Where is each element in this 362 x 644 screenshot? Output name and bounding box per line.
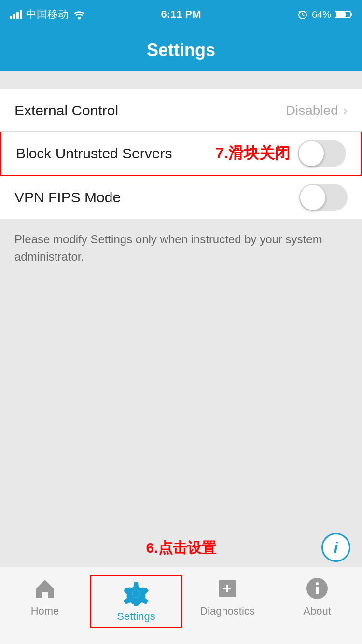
battery-percent: 64%	[312, 9, 331, 20]
settings-content: External Control Disabled › Block Untrus…	[0, 71, 362, 277]
toggle-knob	[299, 141, 324, 166]
svg-point-9	[132, 590, 140, 598]
external-control-status: Disabled	[286, 103, 338, 118]
vpn-fips-mode-row[interactable]: VPN FIPS Mode	[0, 176, 362, 219]
svg-line-3	[303, 15, 304, 16]
app-header: Settings	[0, 29, 362, 71]
about-icon	[304, 575, 331, 602]
external-control-value: Disabled ›	[286, 103, 348, 118]
block-untrusted-servers-row[interactable]: Block Untrusted Servers 7.滑块关闭	[1, 132, 361, 175]
annotation-step6: 6.点击设置	[146, 538, 216, 558]
tab-diagnostics-label: Diagnostics	[200, 605, 255, 617]
tab-home[interactable]: Home	[0, 575, 90, 617]
info-text: Please modify Settings only when instruc…	[0, 219, 362, 277]
alarm-icon	[297, 9, 308, 20]
page-title: Settings	[147, 40, 215, 60]
home-icon	[31, 575, 58, 602]
signal-icon	[10, 10, 22, 19]
tab-bar: Home Settings Diagnostics	[0, 567, 362, 644]
info-circle-button[interactable]: i	[321, 533, 350, 562]
block-untrusted-servers-label: Block Untrusted Servers	[16, 145, 172, 162]
tab-settings[interactable]: Settings	[90, 575, 182, 628]
chevron-right-icon: ›	[343, 103, 348, 118]
svg-rect-8	[336, 12, 346, 17]
settings-icon	[123, 580, 150, 607]
diagnostics-icon	[214, 575, 241, 602]
carrier-label: 中国移动	[26, 7, 69, 22]
tab-about[interactable]: About	[272, 575, 362, 617]
vpn-fips-mode-toggle[interactable]	[299, 184, 348, 211]
status-right: 64%	[297, 9, 352, 20]
block-untrusted-servers-toggle[interactable]	[298, 140, 346, 167]
svg-point-14	[316, 582, 319, 585]
settings-list: External Control Disabled › Block Untrus…	[0, 89, 362, 219]
block-untrusted-servers-row-wrapper: Block Untrusted Servers 7.滑块关闭	[0, 132, 362, 176]
toggle-knob-fips	[300, 185, 325, 210]
wifi-icon	[72, 9, 86, 20]
external-control-label: External Control	[14, 102, 118, 119]
svg-rect-7	[350, 13, 352, 16]
tab-settings-label: Settings	[117, 610, 155, 623]
vpn-fips-mode-label: VPN FIPS Mode	[14, 189, 121, 206]
annotation-step7: 7.滑块关闭	[215, 143, 290, 164]
status-time: 6:11 PM	[161, 8, 201, 21]
status-bar: 中国移动 6:11 PM 64%	[0, 0, 362, 29]
tab-about-label: About	[303, 605, 331, 617]
block-untrusted-servers-controls: 7.滑块关闭	[215, 140, 346, 167]
tab-home-label: Home	[31, 605, 59, 617]
section-gap-top	[0, 71, 362, 89]
svg-rect-15	[316, 587, 319, 594]
svg-point-0	[78, 17, 81, 20]
external-control-row[interactable]: External Control Disabled ›	[0, 89, 362, 132]
tab-diagnostics[interactable]: Diagnostics	[182, 575, 272, 617]
status-left: 中国移动	[10, 7, 86, 22]
battery-icon	[335, 10, 352, 19]
